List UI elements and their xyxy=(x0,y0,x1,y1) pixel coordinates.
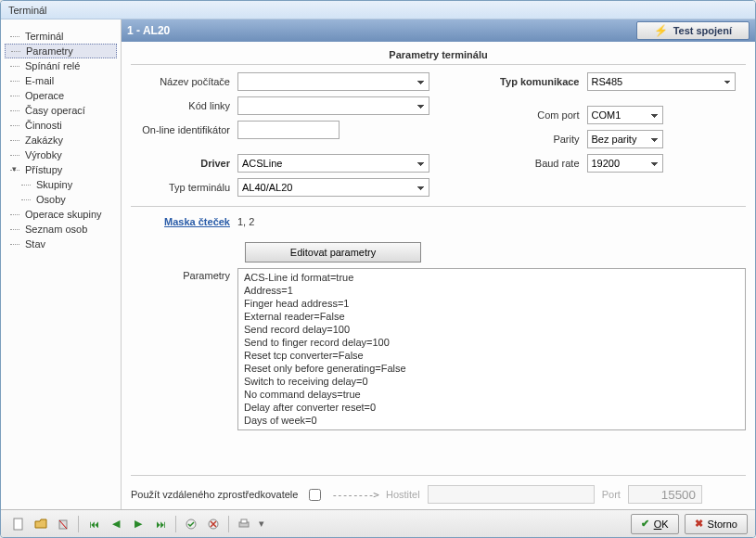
sidebar-item-osoby[interactable]: Osoby xyxy=(5,192,117,207)
label-driver: Driver xyxy=(131,158,237,169)
new-icon[interactable] xyxy=(8,514,29,534)
driver-select[interactable]: ACSLine xyxy=(237,154,429,173)
sidebar: Terminál Parametry Spínání relé E-mail O… xyxy=(1,19,122,509)
toolbar-separator xyxy=(175,516,176,532)
sidebar-item-zakazky[interactable]: Zakázky xyxy=(5,133,117,147)
print-icon[interactable] xyxy=(234,514,254,534)
remote-row: Použít vzdáleného zprostředkovatele ----… xyxy=(131,475,746,509)
storno-button[interactable]: ✖ Storno xyxy=(685,514,748,534)
window-titlebar: Terminál xyxy=(1,1,755,19)
ok-button[interactable]: ✔ OK xyxy=(631,514,679,534)
label-kod-linky: Kód linky xyxy=(131,100,237,111)
parameters-list[interactable]: ACS-Line id format=true Address=1 Finger… xyxy=(237,268,746,430)
label-parity: Parity xyxy=(448,134,587,145)
remote-label: Použít vzdáleného zprostředkovatele xyxy=(131,489,298,500)
tree-collapse-icon[interactable]: ▾ xyxy=(10,165,19,173)
open-icon[interactable] xyxy=(31,514,51,534)
first-icon[interactable]: ⏮ xyxy=(83,514,104,534)
prev-icon[interactable]: ◀ xyxy=(106,514,126,534)
sidebar-item-parametry[interactable]: Parametry xyxy=(5,44,117,58)
label-typ-komunikace: Typ komunikace xyxy=(448,76,587,87)
edit-parameters-button[interactable]: Editovat parametry xyxy=(245,242,421,263)
sidebar-item-casy[interactable]: Časy operací xyxy=(5,103,117,118)
comport-select[interactable]: COM1 xyxy=(587,106,663,124)
port-label: Port xyxy=(602,489,621,500)
parity-select[interactable]: Bez parity xyxy=(587,130,663,148)
storno-label: Storno xyxy=(708,519,737,530)
sidebar-item-pristupy[interactable]: ▾ Přístupy xyxy=(5,162,117,177)
last-icon[interactable]: ⏭ xyxy=(150,514,171,534)
sidebar-item-operace-skupiny[interactable]: Operace skupiny xyxy=(5,207,117,222)
label-typ-terminalu: Typ terminálu xyxy=(131,182,237,193)
arrow-icon: --------> xyxy=(331,489,378,501)
delete-icon[interactable] xyxy=(53,514,73,534)
divider xyxy=(131,206,746,207)
kod-linky-select[interactable] xyxy=(237,96,429,115)
content-header: 1 - AL20 ⚡ Test spojení xyxy=(122,19,755,42)
label-nazev-pocitace: Název počítače xyxy=(131,76,237,87)
sidebar-item-terminal[interactable]: Terminál xyxy=(5,29,117,44)
svg-rect-0 xyxy=(14,519,22,530)
label-comport: Com port xyxy=(448,109,587,121)
remote-checkbox[interactable] xyxy=(309,489,321,501)
cross-icon: ✖ xyxy=(695,518,703,530)
cancel-icon[interactable] xyxy=(203,514,224,534)
maska-ctecek-link[interactable]: Maska čteček xyxy=(131,216,237,227)
online-id-input[interactable] xyxy=(237,121,340,139)
host-input xyxy=(428,485,595,504)
sidebar-item-seznam-osob[interactable]: Seznam osob xyxy=(5,222,117,237)
baud-select[interactable]: 19200 xyxy=(587,154,663,173)
port-input xyxy=(628,485,702,504)
typ-komunikace-select[interactable]: RS485 xyxy=(587,72,736,91)
next-icon[interactable]: ▶ xyxy=(128,514,148,534)
label-online-id: On-line identifikátor xyxy=(131,124,237,135)
svg-rect-6 xyxy=(241,519,247,523)
toolbar-separator xyxy=(228,516,229,532)
sidebar-item-vyrobky[interactable]: Výrobky xyxy=(5,147,117,162)
sidebar-item-spinani[interactable]: Spínání relé xyxy=(5,58,117,73)
ok-label: K xyxy=(661,519,668,530)
section-title: Parametry terminálu xyxy=(131,42,746,65)
accept-icon[interactable] xyxy=(181,514,201,534)
sidebar-item-email[interactable]: E-mail xyxy=(5,73,117,88)
sidebar-item-stav[interactable]: Stav xyxy=(5,237,117,251)
check-icon: ✔ xyxy=(641,518,649,530)
sidebar-item-skupiny[interactable]: Skupiny xyxy=(5,177,117,192)
toolbar-separator xyxy=(78,516,79,532)
footer-toolbar: ⏮ ◀ ▶ ⏭ ▾ ✔ OK ✖ Storno xyxy=(1,509,755,537)
maska-ctecek-value: 1, 2 xyxy=(237,216,254,227)
sidebar-item-operace[interactable]: Operace xyxy=(5,88,117,103)
test-connection-button[interactable]: ⚡ Test spojení xyxy=(636,21,750,40)
bolt-icon: ⚡ xyxy=(654,24,668,37)
sidebar-item-cinnosti[interactable]: Činnosti xyxy=(5,118,117,133)
typ-terminalu-select[interactable]: AL40/AL20 xyxy=(237,178,429,197)
label-baud: Baud rate xyxy=(448,158,587,169)
nazev-pocitace-select[interactable] xyxy=(237,72,429,91)
window-title: Terminál xyxy=(8,5,47,16)
header-title: 1 - AL20 xyxy=(127,24,170,37)
print-dropdown-icon[interactable]: ▾ xyxy=(256,514,267,534)
host-label: Hostitel xyxy=(386,489,420,500)
label-parametry: Parametry xyxy=(131,268,237,468)
